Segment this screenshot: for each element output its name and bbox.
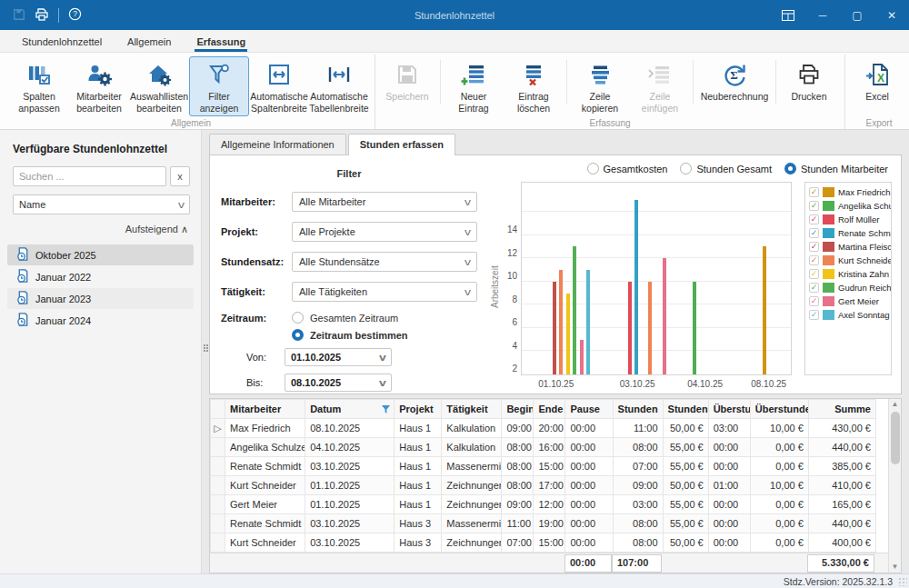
sort-order-toggle[interactable]: Aufsteigend ∧ — [13, 224, 190, 235]
table-row[interactable]: Kurt Schneider03.10.2025Haus 3Zeichnunge… — [211, 533, 876, 553]
column-header[interactable]: Stunden — [663, 400, 708, 419]
close-button[interactable]: ✕ — [874, 0, 909, 30]
list-item[interactable]: Januar 2024 — [7, 310, 194, 331]
filter-field-select[interactable]: Alle Tätigkeitenv — [292, 282, 477, 302]
column-header[interactable]: Projekt — [395, 400, 442, 419]
ribbon-button-mitarbeiter-bearbeiten[interactable]: Mitarbeiter bearbeiten — [69, 56, 129, 116]
resize-grip[interactable] — [898, 577, 907, 586]
legend-checkbox[interactable]: ✓ — [809, 228, 819, 238]
table-row[interactable]: Angelika Schulze04.10.2025Haus 1Kalkulat… — [211, 438, 876, 457]
table-row[interactable]: ▷Max Friedrich08.10.2025Haus 1Kalkulatio… — [211, 419, 876, 438]
ribbon-group: Spalten anpassenMitarbeiter bearbeitenAu… — [7, 55, 375, 129]
filter-title: Filter — [221, 168, 477, 179]
chevron-down-icon: v — [178, 200, 185, 210]
table-row[interactable]: Gert Meier01.10.2025Haus 1Zeichnungen09:… — [211, 495, 876, 514]
scroll-up-icon[interactable]: ▲ — [889, 399, 901, 410]
filter-field-label: Mitarbeiter: — [221, 196, 292, 207]
menu-tab-1[interactable]: Stundenlohnzettel — [11, 33, 113, 52]
legend-checkbox[interactable]: ✓ — [809, 187, 819, 197]
legend-checkbox[interactable]: ✓ — [809, 269, 819, 279]
column-header[interactable]: Überstu — [708, 400, 750, 419]
filter-field-select[interactable]: Alle Mitarbeiterv — [292, 192, 477, 212]
column-header[interactable]: Stunden — [613, 400, 663, 419]
legend-checkbox[interactable]: ✓ — [809, 242, 819, 252]
y-tick-label: 4 — [512, 340, 517, 350]
timesheet-icon — [16, 313, 30, 328]
column-header[interactable] — [211, 400, 225, 419]
list-item[interactable]: Januar 2022 — [7, 266, 194, 287]
chart-mode-radio[interactable]: Stunden Mitarbeiter — [784, 163, 888, 174]
minimize-button[interactable]: ─ — [805, 0, 840, 30]
tab-2[interactable]: Stunden erfassen — [348, 134, 455, 155]
column-header[interactable]: Beginn — [502, 400, 534, 419]
sort-field-select[interactable]: Namev — [13, 194, 190, 214]
column-header[interactable]: Ende — [534, 400, 565, 419]
filter-field-select[interactable]: Alle Stundensätzev — [292, 252, 477, 272]
excel-icon: X — [864, 61, 890, 88]
column-header[interactable]: Tätigkeit — [442, 400, 502, 419]
print-icon[interactable] — [35, 7, 49, 24]
legend-checkbox[interactable]: ✓ — [809, 310, 819, 320]
legend-checkbox[interactable]: ✓ — [809, 283, 819, 293]
maximize-button[interactable]: ▢ — [840, 0, 874, 30]
ribbon-group-label: Export — [845, 118, 909, 128]
legend-checkbox[interactable]: ✓ — [809, 296, 819, 306]
ribbon-options-icon[interactable] — [771, 0, 805, 30]
legend-checkbox[interactable]: ✓ — [809, 214, 819, 224]
table-row[interactable]: Kurt Schneider01.10.2025Haus 1Zeichnunge… — [211, 476, 876, 495]
scroll-down-icon[interactable]: ▼ — [889, 562, 901, 573]
menu-tab-2[interactable]: Allgemein — [116, 33, 182, 52]
x-tick-label: 03.10.25 — [620, 379, 655, 389]
ribbon-button-filter-anzeigen[interactable]: Filter anzeigen — [189, 56, 249, 116]
ribbon-button-spalten-anpassen[interactable]: Spalten anpassen — [9, 56, 69, 116]
column-header[interactable]: Pause — [565, 400, 613, 419]
ribbon-button-neuer-eintrag[interactable]: Neuer Eintrag — [444, 56, 504, 116]
tab-1[interactable]: Allgemeine Informationen — [209, 134, 346, 155]
search-clear-button[interactable]: x — [170, 166, 190, 186]
radio-gesamten-zeitraum[interactable] — [292, 312, 304, 324]
legend-swatch — [823, 296, 834, 306]
legend-checkbox[interactable]: ✓ — [809, 201, 819, 211]
column-header[interactable]: Summe — [808, 400, 875, 419]
col-width-icon — [266, 61, 292, 88]
ribbon-button-neuberechnung[interactable]: ΣNeuberechnung — [696, 56, 773, 105]
vertical-scroll-thumb[interactable] — [891, 412, 900, 464]
x-tick-label: 08.10.25 — [751, 379, 786, 389]
bis-date-select[interactable]: 08.10.2025v — [285, 374, 392, 392]
chart-mode-radio[interactable]: Gesamtkosten — [587, 163, 668, 174]
help-icon[interactable]: ? — [68, 7, 82, 23]
timesheet-icon — [16, 269, 30, 284]
legend-swatch — [823, 310, 834, 320]
vertical-scrollbar[interactable]: ▲ ▼ — [888, 399, 901, 573]
table-row[interactable]: Renate Schmidt03.10.2025Haus 1Massenermi… — [211, 457, 876, 476]
ribbon-button-zeile-kopieren[interactable]: Zeile kopieren — [570, 56, 630, 116]
radio-zeitraum-bestimmen[interactable] — [292, 329, 304, 341]
filter-field-label: Tätigkeit: — [221, 286, 292, 297]
column-header[interactable]: Mitarbeiter — [225, 400, 305, 419]
ribbon-button-eintrag-loeschen[interactable]: Eintrag löschen — [504, 56, 564, 116]
menu-tab-3[interactable]: Erfassung — [185, 33, 256, 52]
ribbon-button-auswahllisten-bearbeiten[interactable]: Auswahllisten bearbeiten — [129, 56, 189, 116]
table-row[interactable]: Renate Schmidt03.10.2025Haus 3Massenermi… — [211, 514, 876, 533]
column-header[interactable]: Überstunde — [750, 400, 808, 419]
chevron-down-icon: v — [379, 378, 386, 388]
ribbon-button-automatische-tabellenbreite[interactable]: Automatische Tabellenbreite — [309, 56, 369, 116]
splitter-handle[interactable] — [203, 341, 209, 355]
legend-item: ✓Gudrun Reichelt — [809, 283, 887, 293]
list-item[interactable]: Oktober 2025 — [7, 244, 194, 265]
list-item[interactable]: Januar 2023 — [7, 288, 194, 309]
search-input[interactable]: Suchen ... — [13, 166, 166, 186]
chart-mode-radio[interactable]: Stunden Gesamt — [680, 163, 772, 174]
ribbon-button-excel[interactable]: XExcel — [847, 56, 907, 105]
column-filter-icon[interactable] — [381, 404, 391, 416]
von-date-select[interactable]: 01.10.2025v — [285, 348, 392, 366]
filter-field-select[interactable]: Alle Projektev — [292, 222, 477, 242]
column-header[interactable]: Datum — [305, 400, 395, 419]
ribbon-button-zeile-einfuegen: Zeile einfügen — [630, 56, 690, 116]
legend-checkbox[interactable]: ✓ — [809, 255, 819, 265]
ribbon-button-drucken[interactable]: Drucken — [779, 56, 839, 105]
x-tick-label: 01.10.25 — [538, 379, 574, 389]
ribbon-button-automatische-spaltenbreite[interactable]: Automatische Spaltenbreite — [249, 56, 309, 116]
chevron-down-icon: v — [379, 353, 386, 363]
y-tick-label: 8 — [512, 294, 517, 304]
